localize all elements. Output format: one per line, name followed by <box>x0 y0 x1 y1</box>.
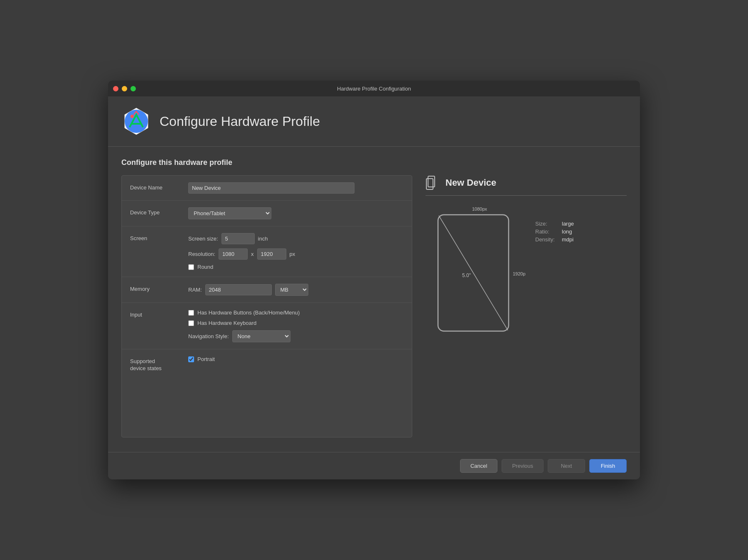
svg-text:1920px: 1920px <box>513 271 525 276</box>
resolution-label: Resolution: <box>188 251 215 257</box>
ratio-spec-val: long <box>562 228 572 235</box>
nav-style-label: Navigation Style: <box>188 333 229 339</box>
screen-controls: Screen size: inch Resolution: x px <box>188 233 404 270</box>
size-spec-key: Size: <box>535 221 559 227</box>
ratio-spec: Ratio: long <box>535 228 574 235</box>
hw-buttons-row: Has Hardware Buttons (Back/Home/Menu) <box>188 309 404 316</box>
supported-states-controls: Portrait <box>188 356 404 362</box>
device-type-controls: Phone/Tablet Wear OS Desktop TV Automoti… <box>188 207 404 219</box>
round-label[interactable]: Round <box>197 264 213 270</box>
size-spec-val: large <box>562 221 574 227</box>
supported-states-row: Supporteddevice states Portrait <box>122 349 412 379</box>
maximize-button[interactable] <box>130 86 136 91</box>
portrait-row: Portrait <box>188 356 404 362</box>
next-button[interactable]: Next <box>548 459 585 473</box>
density-spec-val: mdpi <box>562 236 573 243</box>
resolution-unit: px <box>290 251 295 257</box>
memory-row: Memory RAM: MB GB <box>122 277 412 303</box>
supported-states-label: Supporteddevice states <box>130 356 188 372</box>
device-name-row: Device Name <box>122 176 412 201</box>
width-dimension-label: 1080px <box>472 206 487 211</box>
ram-unit-select[interactable]: MB GB <box>275 284 308 296</box>
close-button[interactable] <box>113 86 118 91</box>
resolution-sep: x <box>251 251 254 257</box>
portrait-label[interactable]: Portrait <box>197 356 215 362</box>
screen-size-input[interactable] <box>221 233 255 244</box>
device-name-controls <box>188 182 404 194</box>
window-title: Hardware Profile Configuration <box>337 86 411 92</box>
content-area: Configure this hardware profile Device N… <box>108 147 640 452</box>
section-heading: Configure this hardware profile <box>121 158 627 167</box>
preview-device-icon <box>426 175 440 190</box>
nav-style-select[interactable]: None D-pad Trackball Wheel <box>232 330 290 342</box>
title-bar: Hardware Profile Configuration <box>108 81 640 96</box>
phone-diagram: 1080px 5.0" 1920px <box>434 214 525 349</box>
resolution-row: Resolution: x px <box>188 248 404 260</box>
screen-size-row: Screen size: inch <box>188 233 404 244</box>
preview-device-name: New Device <box>445 177 496 188</box>
ram-row: RAM: MB GB <box>188 284 404 296</box>
phone-frame-svg: 5.0" 1920px <box>434 214 525 347</box>
hw-buttons-checkbox[interactable] <box>188 310 194 316</box>
device-name-input[interactable] <box>188 182 354 194</box>
svg-text:5.0": 5.0" <box>462 273 471 278</box>
memory-controls: RAM: MB GB <box>188 284 404 296</box>
finish-button[interactable]: Finish <box>589 459 627 473</box>
input-row: Input Has Hardware Buttons (Back/Home/Me… <box>122 303 412 349</box>
preview-header: New Device <box>426 175 627 196</box>
footer: Cancel Previous Next Finish <box>108 452 640 479</box>
svg-point-1 <box>130 115 134 118</box>
density-spec-key: Density: <box>535 236 559 243</box>
round-row: Round <box>188 264 404 270</box>
screen-label: Screen <box>130 233 188 241</box>
specs-panel: Size: large Ratio: long Density: mdpi <box>535 221 574 243</box>
input-label: Input <box>130 309 188 318</box>
preview-panel: New Device 1080px 5 <box>426 175 627 437</box>
ram-input[interactable] <box>205 284 272 295</box>
hw-keyboard-label[interactable]: Has Hardware Keyboard <box>197 320 256 326</box>
nav-style-row: Navigation Style: None D-pad Trackball W… <box>188 330 404 342</box>
ram-label: RAM: <box>188 287 202 293</box>
main-layout: Device Name Device Type Phone/Tablet Wea… <box>121 175 627 437</box>
density-spec: Density: mdpi <box>535 236 574 243</box>
round-checkbox[interactable] <box>188 264 194 270</box>
cancel-button[interactable]: Cancel <box>460 459 497 473</box>
svg-rect-2 <box>428 176 435 187</box>
previous-button[interactable]: Previous <box>502 459 544 473</box>
hw-buttons-label[interactable]: Has Hardware Buttons (Back/Home/Menu) <box>197 309 300 316</box>
device-type-select[interactable]: Phone/Tablet Wear OS Desktop TV Automoti… <box>188 207 271 219</box>
portrait-checkbox[interactable] <box>188 356 194 362</box>
screen-size-unit: inch <box>258 236 268 242</box>
svg-rect-3 <box>426 179 433 189</box>
resolution-y-input[interactable] <box>257 248 286 260</box>
app-icon <box>121 106 151 136</box>
device-name-label: Device Name <box>130 182 188 191</box>
traffic-lights <box>113 86 136 91</box>
app-header: Configure Hardware Profile <box>108 96 640 147</box>
form-panel: Device Name Device Type Phone/Tablet Wea… <box>121 175 412 437</box>
input-controls: Has Hardware Buttons (Back/Home/Menu) Ha… <box>188 309 404 342</box>
device-type-row: Device Type Phone/Tablet Wear OS Desktop… <box>122 201 412 226</box>
screen-size-label: Screen size: <box>188 236 218 242</box>
svg-line-5 <box>439 216 508 330</box>
preview-content: 1080px 5.0" 1920px <box>426 204 627 349</box>
size-spec: Size: large <box>535 221 574 227</box>
main-window: Hardware Profile Configuration Configure… <box>108 81 640 479</box>
page-title: Configure Hardware Profile <box>160 114 320 129</box>
minimize-button[interactable] <box>122 86 127 91</box>
screen-row: Screen Screen size: inch Resolution: x <box>122 226 412 277</box>
resolution-x-input[interactable] <box>219 248 248 260</box>
ratio-spec-key: Ratio: <box>535 228 559 235</box>
device-type-label: Device Type <box>130 207 188 216</box>
memory-label: Memory <box>130 284 188 292</box>
hw-keyboard-checkbox[interactable] <box>188 320 194 326</box>
hw-keyboard-row: Has Hardware Keyboard <box>188 320 404 326</box>
